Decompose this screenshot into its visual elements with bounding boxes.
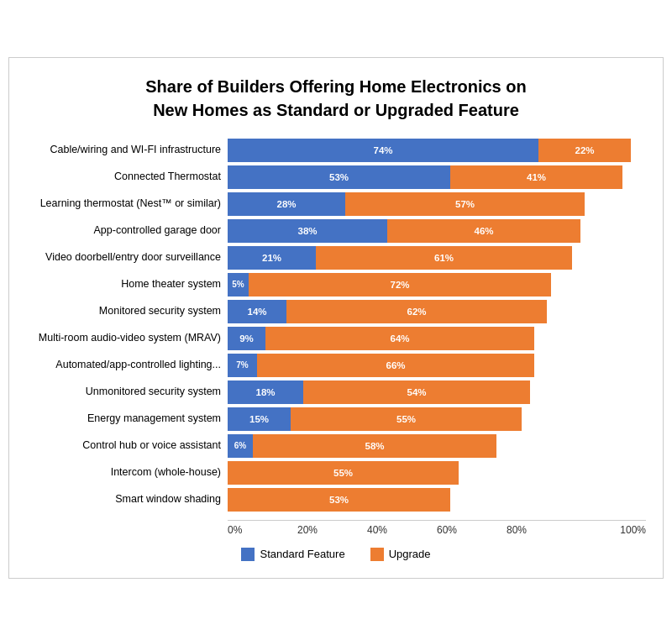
bar-label: Smart window shading xyxy=(26,493,228,506)
upgrade-bar: 55% xyxy=(228,461,459,485)
upgrade-bar: 46% xyxy=(387,219,580,243)
bar-row: Multi-room audio-video system (MRAV)9%64… xyxy=(26,327,646,350)
standard-bar: 38% xyxy=(228,219,387,243)
standard-bar: 14% xyxy=(228,300,286,323)
bar-row: Video doorbell/entry door surveillance21… xyxy=(26,246,646,270)
bar-label: Learning thermostat (Nest™ or similar) xyxy=(26,197,228,210)
bar-label: Unmonitored security system xyxy=(26,386,228,398)
bar-area: 15%55% xyxy=(228,407,646,431)
upgrade-bar: 58% xyxy=(253,434,496,458)
standard-bar: 18% xyxy=(228,380,303,404)
upgrade-legend-box xyxy=(370,548,384,561)
chart-area: Cable/wiring and WI-FI infrastructure74%… xyxy=(26,139,646,515)
bar-row: Connected Thermostat53%41% xyxy=(26,165,646,189)
bar-row: Control hub or voice assistant6%58% xyxy=(26,434,646,458)
upgrade-bar: 22% xyxy=(538,139,631,162)
bar-area: 28%57% xyxy=(228,192,646,216)
upgrade-bar: 53% xyxy=(228,488,450,512)
bar-area: 7%66% xyxy=(228,354,646,377)
x-tick: 60% xyxy=(437,521,507,536)
standard-legend-label: Standard Feature xyxy=(260,548,344,560)
bar-label: Control hub or voice assistant xyxy=(26,439,228,452)
x-tick: 80% xyxy=(507,521,576,536)
bar-area: 55% xyxy=(228,461,646,485)
bar-label: Energy management system xyxy=(26,412,228,425)
legend-upgrade: Upgrade xyxy=(370,548,431,561)
bar-area: 6%58% xyxy=(228,434,646,458)
standard-bar: 5% xyxy=(228,273,249,297)
upgrade-bar: 54% xyxy=(303,380,530,404)
bar-area: 53%41% xyxy=(228,165,646,189)
standard-bar: 74% xyxy=(228,139,538,162)
bar-area: 18%54% xyxy=(228,380,646,404)
bar-label: Multi-room audio-video system (MRAV) xyxy=(26,332,228,344)
bar-row: Intercom (whole-house)55% xyxy=(26,461,646,485)
bar-area: 53% xyxy=(228,488,646,512)
bar-area: 21%61% xyxy=(228,246,646,270)
standard-bar: 6% xyxy=(228,434,253,458)
bar-area: 38%46% xyxy=(228,219,646,243)
standard-bar: 9% xyxy=(228,327,265,350)
bar-row: Smart window shading53% xyxy=(26,488,646,512)
bar-label: Home theater system xyxy=(26,278,228,291)
bar-area: 74%22% xyxy=(228,139,646,162)
bar-area: 9%64% xyxy=(228,327,646,350)
bar-row: Home theater system5%72% xyxy=(26,273,646,297)
standard-legend-box xyxy=(241,548,255,561)
upgrade-bar: 61% xyxy=(316,246,572,270)
standard-bar: 15% xyxy=(228,407,291,431)
bar-label: Monitored security system xyxy=(26,305,228,318)
bar-label: Cable/wiring and WI-FI infrastructure xyxy=(26,144,228,156)
chart-container: Share of Builders Offering Home Electron… xyxy=(8,57,664,579)
upgrade-legend-label: Upgrade xyxy=(389,548,431,560)
chart-title: Share of Builders Offering Home Electron… xyxy=(26,75,646,122)
upgrade-bar: 62% xyxy=(286,300,547,323)
x-tick: 20% xyxy=(297,521,367,536)
bar-row: Energy management system15%55% xyxy=(26,407,646,431)
bar-label: Connected Thermostat xyxy=(26,171,228,183)
bar-area: 5%72% xyxy=(228,273,646,297)
bar-row: App-controlled garage door38%46% xyxy=(26,219,646,243)
legend-standard: Standard Feature xyxy=(241,548,344,561)
standard-bar: 21% xyxy=(228,246,316,270)
bar-label: Automated/app-controlled lighting... xyxy=(26,359,228,371)
upgrade-bar: 57% xyxy=(345,192,585,216)
upgrade-bar: 41% xyxy=(450,165,622,189)
bar-label: Video doorbell/entry door surveillance xyxy=(26,251,228,264)
x-axis: 0%20%40%60%80%100% xyxy=(228,520,646,536)
x-tick: 100% xyxy=(576,521,646,536)
upgrade-bar: 66% xyxy=(257,354,534,377)
standard-bar: 53% xyxy=(228,165,450,189)
bar-row: Learning thermostat (Nest™ or similar)28… xyxy=(26,192,646,216)
bar-area: 14%62% xyxy=(228,300,646,323)
bar-row: Cable/wiring and WI-FI infrastructure74%… xyxy=(26,139,646,162)
x-tick: 0% xyxy=(228,521,297,536)
upgrade-bar: 72% xyxy=(249,273,551,297)
bar-label: Intercom (whole-house) xyxy=(26,466,228,479)
bar-row: Unmonitored security system18%54% xyxy=(26,380,646,404)
standard-bar: 28% xyxy=(228,192,345,216)
upgrade-bar: 64% xyxy=(265,327,534,350)
bar-label: App-controlled garage door xyxy=(26,224,228,237)
upgrade-bar: 55% xyxy=(291,407,522,431)
standard-bar: 7% xyxy=(228,354,257,377)
x-tick: 40% xyxy=(367,521,437,536)
bar-row: Automated/app-controlled lighting...7%66… xyxy=(26,354,646,377)
bar-row: Monitored security system14%62% xyxy=(26,300,646,323)
legend: Standard Feature Upgrade xyxy=(26,548,646,561)
